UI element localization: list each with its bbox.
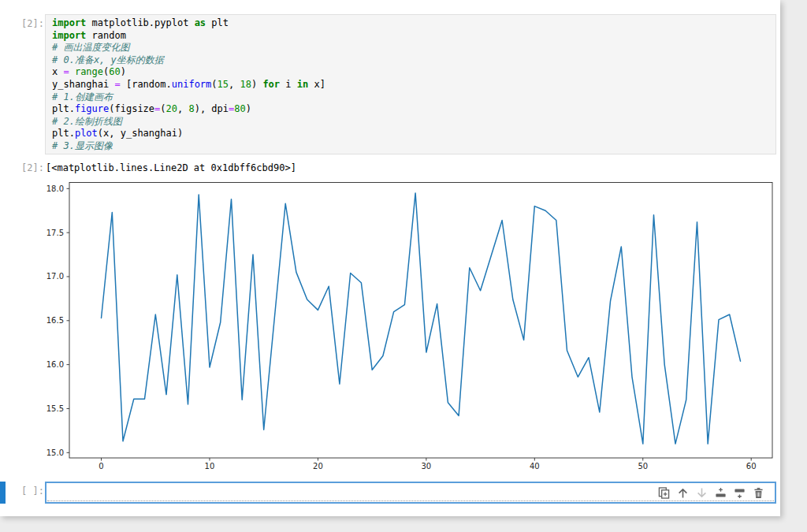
svg-text:60: 60 [746, 462, 757, 471]
insert-above-icon [715, 487, 727, 499]
svg-text:17.5: 17.5 [46, 229, 64, 237]
svg-text:50: 50 [638, 462, 648, 471]
chart-svg: 010203040506015.015.516.016.517.017.518.… [45, 178, 780, 474]
svg-text:15.5: 15.5 [46, 404, 64, 413]
notebook-panel: [2]: import matplotlib.pyplot as pltimpo… [0, 0, 780, 516]
svg-text:0: 0 [99, 462, 103, 471]
code-lines: import matplotlib.pyplot as pltimport ra… [52, 17, 769, 153]
svg-text:30: 30 [422, 462, 432, 471]
svg-text:40: 40 [530, 462, 540, 471]
svg-text:17.0: 17.0 [46, 272, 64, 281]
code-editor[interactable]: import matplotlib.pyplot as pltimport ra… [45, 14, 776, 154]
insert-cell-below-button[interactable] [734, 486, 746, 499]
svg-text:20: 20 [313, 462, 323, 471]
output-prompt: [2]: [21, 162, 44, 173]
svg-text:15.0: 15.0 [46, 448, 64, 457]
move-cell-down-button[interactable] [696, 486, 708, 499]
active-cell-collapser[interactable] [0, 482, 6, 504]
duplicate-cell-icon [658, 487, 670, 499]
insert-cell-above-button[interactable] [715, 486, 727, 499]
duplicate-cell-button[interactable] [658, 486, 670, 499]
svg-text:10: 10 [205, 462, 215, 471]
trash-icon [753, 487, 764, 499]
delete-cell-button[interactable] [753, 486, 764, 499]
matplotlib-line-chart: 010203040506015.015.516.016.517.017.518.… [45, 178, 780, 474]
empty-cell-prompt: [ ]: [21, 485, 44, 497]
svg-text:16.5: 16.5 [46, 316, 64, 325]
jupyterlab-notebook: [2]: import matplotlib.pyplot as pltimpo… [0, 0, 807, 532]
insert-below-icon [734, 487, 746, 499]
move-cell-up-button[interactable] [677, 486, 689, 499]
output-text: [<matplotlib.lines.Line2D at 0x1dbff6cbd… [46, 162, 296, 173]
input-prompt: [2]: [21, 18, 44, 29]
arrow-up-icon [677, 487, 689, 499]
cell-toolbar [662, 482, 764, 503]
svg-text:18.0: 18.0 [46, 184, 64, 193]
arrow-down-icon [696, 487, 708, 499]
svg-text:16.0: 16.0 [46, 360, 64, 369]
